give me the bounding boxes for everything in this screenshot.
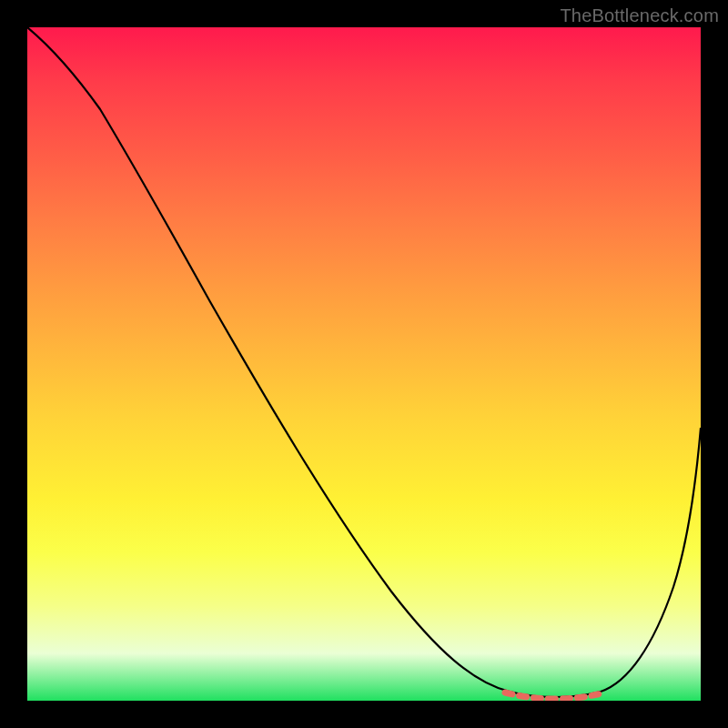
plot-area (27, 27, 701, 701)
bottom-marker-segment (505, 693, 605, 699)
bottleneck-curve-line (27, 27, 701, 697)
chart-frame: TheBottleneck.com (0, 0, 728, 728)
chart-svg (27, 27, 701, 701)
watermark-text: TheBottleneck.com (560, 5, 719, 26)
